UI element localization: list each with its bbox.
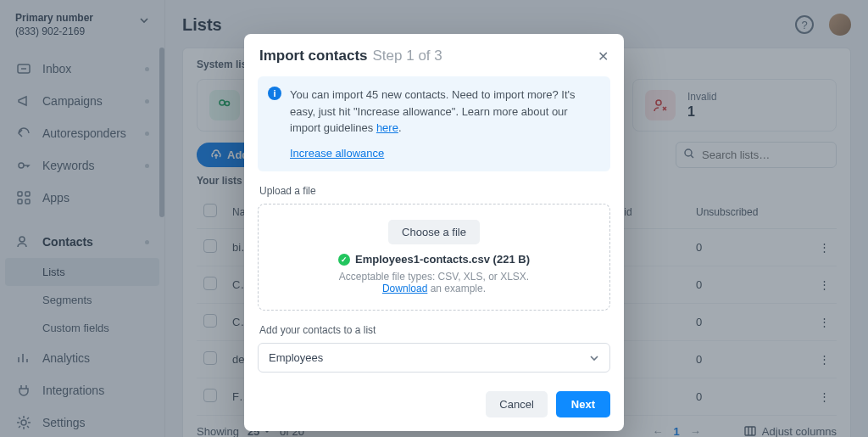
modal-backdrop[interactable]: Import contactsStep 1 of 3 ✕ i You can i… (0, 0, 868, 437)
upload-dropzone[interactable]: Choose a file ✓ Employees1-contacts.csv … (258, 204, 610, 311)
info-icon: i (268, 87, 281, 100)
close-icon[interactable]: ✕ (598, 48, 609, 64)
cancel-button[interactable]: Cancel (486, 391, 547, 417)
next-button[interactable]: Next (556, 391, 610, 417)
check-icon: ✓ (338, 254, 350, 266)
import-contacts-modal: Import contactsStep 1 of 3 ✕ i You can i… (244, 34, 624, 431)
choose-file-button[interactable]: Choose a file (388, 220, 480, 244)
upload-label: Upload a file (259, 185, 609, 197)
info-banner: i You can import 45 new contacts. Need t… (258, 76, 610, 171)
increase-allowance-link[interactable]: Increase allowance (290, 145, 598, 162)
modal-title: Import contactsStep 1 of 3 (259, 48, 442, 64)
uploaded-file-name: Employees1-contacts.csv (221 B) (355, 253, 530, 266)
info-here-link[interactable]: here (376, 121, 398, 134)
file-hint: Acceptable file types: CSV, XLS, or XLSX… (269, 271, 599, 294)
selected-list: Employees (269, 351, 323, 364)
download-example-link[interactable]: Download (382, 283, 427, 294)
add-to-list-label: Add your contacts to a list (259, 324, 609, 336)
chevron-down-icon (589, 353, 599, 363)
info-text: You can import 45 new contacts. Need to … (290, 88, 576, 134)
list-select[interactable]: Employees (258, 343, 610, 373)
modal-step: Step 1 of 3 (373, 48, 442, 64)
